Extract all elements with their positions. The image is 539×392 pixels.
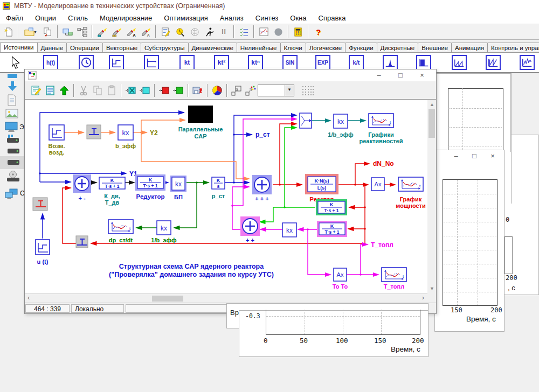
vertical-scroll-thumb[interactable]	[429, 109, 435, 138]
calculator-button[interactable]	[291, 25, 306, 39]
block-step-source[interactable]: Возм. возд.	[49, 125, 65, 156]
block-tf-k-dv[interactable]: K T·s + 1 К_дв, Т_дв	[99, 177, 125, 206]
insert-block-button[interactable]	[138, 83, 152, 97]
palette-step-block[interactable]	[109, 55, 124, 70]
palette-power-block[interactable]: ktⁿ	[248, 55, 263, 70]
plot-window-back-right[interactable]: 0 200 , с	[503, 135, 539, 295]
save-restructure-button[interactable]	[40, 25, 55, 39]
tab-animation[interactable]: Анимация	[451, 43, 488, 52]
block-gain-bp[interactable]: kx БП	[170, 176, 186, 200]
palette-noise-block[interactable]	[520, 55, 535, 70]
minimize-button[interactable]: –	[447, 152, 465, 160]
flashlight-block-search-button[interactable]	[95, 25, 109, 39]
menu-synthesis[interactable]: Синтез	[250, 13, 285, 23]
block-gain-3[interactable]: kx	[282, 223, 296, 237]
block-tf-fuel-magenta[interactable]: K T·s + 1	[317, 221, 347, 237]
tab-control[interactable]: Контроль и управление	[487, 43, 539, 52]
schematic-editor-window[interactable]: –□× ▼	[24, 69, 437, 314]
drive-icon[interactable]	[7, 148, 20, 155]
tab-external[interactable]: Внешние	[418, 43, 452, 52]
block-plot-power[interactable]: График мощности	[396, 177, 425, 209]
horizontal-scrollbar[interactable]: ‹ ›	[25, 293, 427, 303]
block-ax-1[interactable]: Ax	[371, 178, 384, 191]
menu-windows[interactable]: Окна	[284, 13, 312, 23]
start-block-button[interactable]	[171, 83, 185, 97]
color-settings-button[interactable]	[210, 83, 224, 97]
palette-sine-block[interactable]: SIN	[282, 55, 298, 70]
scroll-right-arrow[interactable]: ›	[422, 295, 424, 300]
tab-nonlinear[interactable]: Нелинейные	[237, 43, 281, 52]
graph-window-button[interactable]	[257, 25, 271, 39]
parameter-list-button[interactable]	[237, 25, 251, 39]
tab-functions[interactable]: Функции	[345, 43, 377, 52]
palette-step-response-block[interactable]: h(t)	[43, 55, 58, 70]
scroll-down-arrow[interactable]: ▼	[430, 286, 434, 291]
maximize-button[interactable]: □	[390, 71, 411, 79]
downloads-icon[interactable]	[6, 81, 18, 93]
parameters-notebook-button[interactable]	[158, 25, 173, 39]
menu-modeling[interactable]: Моделирование	[94, 13, 158, 23]
tab-logic[interactable]: Логические	[306, 43, 346, 52]
cursor-tool-icon[interactable]	[10, 56, 22, 70]
explorer-item-icon[interactable]	[6, 74, 18, 78]
block-port-in-2[interactable]	[33, 198, 47, 211]
close-button[interactable]: ×	[411, 71, 433, 79]
palette-meander-block[interactable]	[416, 55, 431, 70]
tab-discrete[interactable]: Дискретные	[377, 43, 419, 52]
tab-dynamic[interactable]: Динамические	[188, 43, 237, 52]
this-pc-label[interactable]: Э	[19, 123, 24, 131]
menu-file[interactable]: Файл	[0, 13, 29, 23]
pause-button[interactable]: II	[217, 25, 231, 39]
pictures-icon[interactable]	[5, 108, 18, 119]
palette-impulse-block[interactable]	[383, 55, 398, 70]
continue-run-clock-button[interactable]	[173, 25, 188, 39]
block-sum-1[interactable]: + -	[73, 174, 91, 201]
block-tf-feedback-green[interactable]: K T·s + 1	[316, 199, 347, 215]
go-up-level-button[interactable]	[57, 83, 71, 97]
flashlight-text-search-button[interactable]: A	[124, 25, 139, 39]
zoom-combobox[interactable]: ▼	[258, 85, 294, 96]
palette-sawtooth-block[interactable]	[452, 55, 467, 70]
selected-drive-row[interactable]	[0, 156, 24, 169]
block-plot-reactivities[interactable]: Графики реактивностей	[360, 114, 403, 144]
plot-window-back-top[interactable]	[436, 73, 511, 152]
network-icon[interactable]	[4, 188, 18, 200]
menu-style[interactable]: Стиль	[62, 13, 94, 23]
block-gain-b-eff[interactable]: kx b_эфф	[115, 125, 136, 149]
flashlight-submodel-search-button[interactable]	[109, 25, 124, 39]
tab-data[interactable]: Данные	[37, 43, 67, 52]
edit-schematic-button[interactable]	[29, 83, 43, 97]
network-disabled-icon[interactable]	[188, 25, 202, 39]
documents-icon[interactable]	[6, 94, 17, 106]
text-list-button[interactable]	[43, 83, 57, 97]
block-mux[interactable]	[300, 113, 312, 128]
block-port-in-1[interactable]	[87, 125, 101, 139]
schematic-title-bar[interactable]: –□×	[25, 69, 436, 81]
help-button[interactable]: ?	[311, 25, 326, 39]
submodel-tree-button[interactable]	[75, 25, 89, 39]
open-file-button[interactable]: ▼	[21, 25, 40, 39]
copy-button-disabled[interactable]	[91, 83, 105, 97]
palette-ramp-block[interactable]: kt	[179, 55, 195, 70]
minimize-button[interactable]: –	[368, 71, 390, 79]
grid-toggle-button[interactable]	[301, 83, 315, 97]
block-plot-t-topl[interactable]: Т_топл	[382, 268, 406, 290]
block-u-t-source[interactable]: u (t)	[36, 240, 50, 265]
block-ax-2[interactable]: Ax То То	[333, 268, 348, 290]
palette-parabola-block[interactable]: kt²	[214, 55, 229, 70]
tab-operations[interactable]: Операции	[66, 43, 103, 52]
scale-font-button[interactable]	[244, 83, 258, 97]
block-sum-2[interactable]: + + +	[252, 175, 272, 202]
scroll-left-arrow[interactable]: ‹	[27, 295, 30, 300]
block-integrator-p-st[interactable]: K s р_ст	[212, 177, 225, 199]
maximize-button[interactable]: □	[465, 152, 483, 160]
delete-block-button[interactable]	[124, 83, 138, 97]
horizontal-scroll-thumb[interactable]	[152, 296, 183, 302]
open-dropdown-caret[interactable]: ▼	[33, 30, 37, 34]
palette-hyperbola-block[interactable]: k/t	[349, 55, 364, 70]
run-simulation-button[interactable]	[202, 25, 217, 39]
menu-help[interactable]: Справка	[313, 13, 352, 23]
stop-block-button[interactable]	[157, 83, 171, 97]
block-reactor[interactable]: K·N(s) L(s) Реактор	[305, 174, 338, 202]
palette-exponent-block[interactable]: EXP	[315, 55, 330, 70]
